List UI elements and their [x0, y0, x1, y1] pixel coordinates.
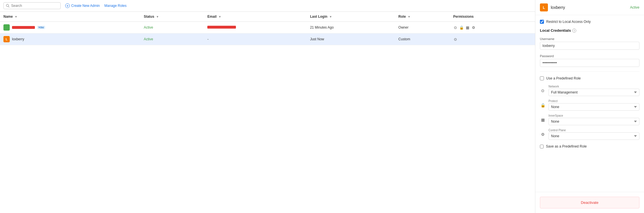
col-permissions: Permissions	[450, 12, 535, 22]
col-email[interactable]: Email ▼	[204, 12, 307, 22]
avatar-green	[3, 24, 10, 31]
protect-permission-row: 🔒 Protect None Read Only Full Management	[540, 99, 639, 111]
protect-label: Protect	[548, 99, 639, 103]
loxberry-name: loxberry	[12, 37, 24, 41]
network-field-group: Network None Read Only Full Management	[548, 85, 639, 96]
name-sort-icon: ▼	[15, 15, 17, 18]
table-row[interactable]: L loxberry Active - Just Now Custom ⊙	[0, 33, 535, 45]
info-icon[interactable]: i	[572, 29, 576, 33]
last-login-sort-icon: ▼	[329, 15, 332, 18]
permissions-section: ⊙ Network None Read Only Full Management…	[540, 85, 639, 140]
restrict-local-label: Restrict to Local Access Only	[546, 20, 591, 24]
network-label: Network	[548, 85, 639, 88]
password-label: Password	[540, 54, 639, 58]
predefined-role-row: Use a Predefined Role	[540, 76, 639, 80]
use-predefined-role-checkbox[interactable]	[540, 76, 544, 80]
innerspace-label: InnerSpace	[548, 114, 639, 117]
control-plane-select[interactable]: None Read Only Full Management	[548, 132, 639, 140]
email-cell: -	[204, 33, 307, 45]
protect-icon: 🔒	[540, 103, 546, 108]
svg-line-1	[9, 7, 9, 7]
restrict-local-checkbox[interactable]	[540, 20, 544, 24]
control-plane-icon: ⚙	[540, 132, 546, 137]
save-predefined-checkbox[interactable]	[540, 145, 544, 148]
svg-point-0	[6, 4, 9, 7]
admins-table-container: Name ▼ Status ▼ Email ▼ Last Login ▼ Rol…	[0, 12, 535, 213]
protect-field-group: Protect None Read Only Full Management	[548, 99, 639, 111]
right-panel-username: loxberry	[551, 5, 565, 10]
innerspace-permission-row: ▦ InnerSpace None Read Only Full Managem…	[540, 114, 639, 125]
col-role[interactable]: Role ▼	[395, 12, 450, 22]
restrict-local-row: Restrict to Local Access Only	[540, 20, 639, 24]
permissions-cell: ⊙	[450, 33, 535, 45]
local-credentials-section: Local Credentials i	[540, 28, 639, 33]
save-predefined-row: Save as a Predefined Role	[540, 144, 639, 148]
main-panel: + Create New Admin Manage Roles Name ▼ S…	[0, 0, 535, 213]
predefined-role-label: Use a Predefined Role	[546, 76, 581, 80]
control-plane-label: Control Plane	[548, 129, 639, 132]
email-cell	[204, 22, 307, 33]
search-box[interactable]	[3, 2, 61, 9]
name-cell: YOU	[0, 22, 140, 33]
local-credentials-label: Local Credentials i	[540, 28, 639, 33]
control-plane-permission-row: ⚙ Control Plane None Read Only Full Mana…	[540, 129, 639, 140]
divider	[540, 71, 639, 72]
network-perm-icon: ⊙	[453, 37, 458, 41]
you-badge: YOU	[37, 26, 45, 29]
innerspace-perm-icon: ▦	[465, 25, 470, 30]
create-btn-label: Create New Admin	[71, 4, 100, 8]
role-cell: Owner	[395, 22, 450, 33]
password-field-group: Password	[540, 54, 639, 67]
redacted-email	[207, 26, 236, 29]
name-cell: L loxberry	[0, 33, 140, 45]
role-sort-icon: ▼	[408, 15, 410, 18]
table-header-row: Name ▼ Status ▼ Email ▼ Last Login ▼ Rol…	[0, 12, 535, 22]
save-predefined-label: Save as a Predefined Role	[546, 144, 587, 148]
password-input[interactable]	[540, 59, 639, 67]
table-row[interactable]: YOU Active 21 Minutes Ago Owner ⊙ 🔒 ▦ ⚙	[0, 22, 535, 33]
network-icon: ⊙	[540, 88, 546, 93]
status-sort-icon: ▼	[156, 15, 159, 18]
role-cell: Custom	[395, 33, 450, 45]
right-panel-header: L loxberry Active	[535, 0, 644, 15]
innerspace-icon: ▦	[540, 118, 546, 122]
search-input[interactable]	[11, 4, 58, 8]
status-active: Active	[144, 25, 153, 29]
toolbar: + Create New Admin Manage Roles	[0, 0, 535, 12]
status-active: Active	[144, 37, 153, 41]
username-field-group: Username	[540, 37, 639, 50]
permissions-cell: ⊙ 🔒 ▦ ⚙	[450, 22, 535, 33]
network-permission-row: ⊙ Network None Read Only Full Management	[540, 85, 639, 96]
right-panel-avatar: L	[540, 3, 548, 11]
control-plane-field-group: Control Plane None Read Only Full Manage…	[548, 129, 639, 140]
create-new-admin-button[interactable]: + Create New Admin	[65, 3, 100, 8]
network-select[interactable]: None Read Only Full Management	[548, 89, 639, 96]
control-perm-icon: ⚙	[471, 25, 476, 30]
manage-roles-label: Manage Roles	[104, 4, 126, 8]
col-name[interactable]: Name ▼	[0, 12, 140, 22]
protect-select[interactable]: None Read Only Full Management	[548, 103, 639, 111]
email-sort-icon: ▼	[218, 15, 221, 18]
last-login-cell: 21 Minutes Ago	[307, 22, 395, 33]
manage-roles-button[interactable]: Manage Roles	[104, 4, 126, 8]
status-cell: Active	[140, 22, 204, 33]
right-panel-status: Active	[630, 5, 639, 9]
innerspace-select[interactable]: None Read Only Full Management	[548, 118, 639, 125]
username-input[interactable]	[540, 42, 639, 50]
deactivate-section: Deactivate	[535, 192, 644, 213]
protect-perm-icon: 🔒	[459, 25, 464, 30]
search-icon	[6, 4, 9, 7]
deactivate-button[interactable]: Deactivate	[540, 197, 639, 208]
right-header-left: L loxberry	[540, 3, 565, 11]
avatar-orange: L	[3, 36, 10, 42]
col-status[interactable]: Status ▼	[140, 12, 204, 22]
admins-table: Name ▼ Status ▼ Email ▼ Last Login ▼ Rol…	[0, 12, 535, 45]
plus-circle-icon: +	[65, 3, 70, 8]
deactivate-label: Deactivate	[581, 200, 598, 205]
last-login-cell: Just Now	[307, 33, 395, 45]
status-cell: Active	[140, 33, 204, 45]
network-perm-icon: ⊙	[453, 25, 458, 30]
col-last-login[interactable]: Last Login ▼	[307, 12, 395, 22]
innerspace-field-group: InnerSpace None Read Only Full Managemen…	[548, 114, 639, 125]
username-label: Username	[540, 37, 639, 41]
